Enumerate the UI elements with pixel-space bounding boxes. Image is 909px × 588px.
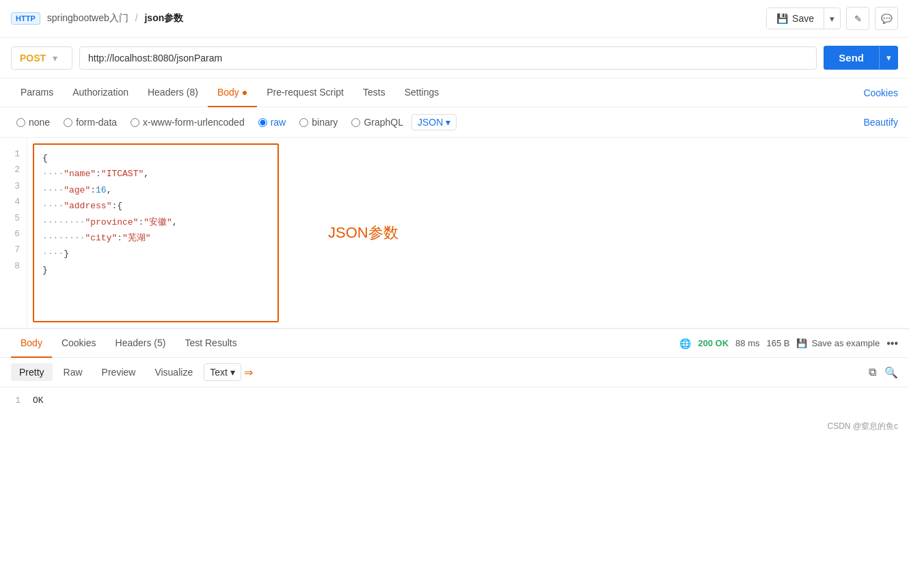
radio-urlencoded-label: x-www-form-urlencoded bbox=[143, 117, 245, 128]
comment-button[interactable]: 💬 bbox=[875, 7, 898, 30]
wrap-icon[interactable]: ⇒ bbox=[244, 366, 253, 379]
code-line-2: ····"name":"ITCAST", bbox=[42, 166, 269, 182]
watermark: CSDN @窒息的鱼c bbox=[0, 415, 909, 438]
response-meta: 🌐 200 OK 88 ms 165 B 💾 Save as example •… bbox=[679, 337, 898, 350]
line-num-8: 8 bbox=[0, 258, 20, 274]
radio-form-data[interactable]: form-data bbox=[58, 115, 122, 129]
resp-line-num-1: 1 bbox=[15, 395, 21, 406]
tab-settings[interactable]: Settings bbox=[395, 79, 449, 107]
resp-subtab-preview[interactable]: Preview bbox=[94, 363, 144, 381]
body-subtabs: none form-data x-www-form-urlencoded raw… bbox=[0, 107, 909, 138]
top-bar-left: HTTP springbootweb入门 / json参数 bbox=[11, 12, 183, 25]
tab-body-dot: ● bbox=[242, 87, 247, 98]
code-line-6: ········"city":"芜湖" bbox=[42, 230, 269, 246]
radio-none[interactable]: none bbox=[11, 115, 55, 129]
tab-authorization[interactable]: Authorization bbox=[63, 79, 138, 107]
copy-icon: ⧉ bbox=[869, 366, 876, 378]
resp-subtab-pretty[interactable]: Pretty bbox=[11, 363, 53, 381]
search-response-button[interactable]: 🔍 bbox=[884, 366, 898, 379]
radio-binary-label: binary bbox=[312, 117, 338, 128]
json-select-label: JSON bbox=[418, 117, 443, 128]
edit-icon: ✎ bbox=[854, 14, 862, 24]
method-text: POST bbox=[20, 53, 46, 64]
tab-body[interactable]: Body ● bbox=[208, 79, 257, 107]
save-label: Save bbox=[792, 13, 814, 24]
editor-area: 1 2 3 4 5 6 7 8 { ····"name":"ITCAST", ·… bbox=[0, 138, 909, 329]
breadcrumb-parent: springbootweb入门 bbox=[47, 12, 128, 23]
json-annotation-label: JSON参数 bbox=[328, 223, 398, 243]
response-body-text: OK bbox=[27, 393, 44, 410]
response-ok-text: OK bbox=[33, 395, 44, 406]
breadcrumb: springbootweb入门 / json参数 bbox=[47, 12, 184, 25]
code-line-3: ····"age":16, bbox=[42, 182, 269, 198]
radio-graphql-label: GraphQL bbox=[364, 117, 403, 128]
save-button-group: 💾 Save ▾ bbox=[766, 8, 841, 29]
line-num-2: 2 bbox=[0, 162, 20, 178]
comment-icon: 💬 bbox=[881, 14, 893, 24]
response-line-numbers: 1 bbox=[0, 393, 27, 410]
response-tabs: Body Cookies Headers (5) Test Results 🌐 … bbox=[0, 329, 909, 358]
radio-raw-label: raw bbox=[271, 117, 286, 128]
code-line-1: { bbox=[42, 150, 269, 166]
resp-tab-test-results[interactable]: Test Results bbox=[175, 329, 246, 358]
response-size: 165 B bbox=[766, 338, 789, 348]
send-button[interactable]: Send bbox=[824, 46, 879, 70]
json-type-select[interactable]: JSON ▾ bbox=[411, 114, 457, 130]
more-options-button[interactable]: ••• bbox=[886, 337, 898, 350]
tab-tests[interactable]: Tests bbox=[353, 79, 395, 107]
breadcrumb-current: json参数 bbox=[144, 12, 183, 23]
beautify-button[interactable]: Beautify bbox=[863, 117, 898, 128]
json-arrow-icon: ▾ bbox=[446, 117, 450, 128]
search-icon: 🔍 bbox=[884, 367, 898, 378]
save-dropdown-button[interactable]: ▾ bbox=[824, 9, 840, 29]
tab-body-label: Body bbox=[217, 87, 239, 98]
send-button-group: Send ▾ bbox=[824, 46, 898, 70]
response-content: 1 OK bbox=[0, 387, 909, 415]
status-badge: 200 OK bbox=[698, 338, 729, 348]
line-numbers: 1 2 3 4 5 6 7 8 bbox=[0, 138, 27, 328]
line-num-7: 7 bbox=[0, 242, 20, 257]
line-num-6: 6 bbox=[0, 226, 20, 242]
radio-form-data-label: form-data bbox=[76, 117, 117, 128]
text-arrow-icon: ▾ bbox=[230, 367, 235, 378]
tab-headers[interactable]: Headers (8) bbox=[138, 79, 208, 107]
code-editor[interactable]: { ····"name":"ITCAST", ····"age":16, ···… bbox=[33, 143, 279, 322]
radio-binary[interactable]: binary bbox=[294, 115, 343, 129]
response-format-select[interactable]: Text ▾ bbox=[204, 363, 241, 381]
resp-subtab-raw[interactable]: Raw bbox=[55, 363, 91, 381]
code-line-5: ········"province":"安徽", bbox=[42, 214, 269, 230]
resp-subtab-visualize[interactable]: Visualize bbox=[146, 363, 201, 381]
text-format-label: Text bbox=[210, 367, 228, 378]
edit-button[interactable]: ✎ bbox=[846, 7, 869, 30]
code-line-7: ····} bbox=[42, 246, 269, 262]
save-example-icon: 💾 bbox=[796, 338, 807, 348]
method-arrow-icon: ▾ bbox=[53, 53, 57, 64]
copy-response-button[interactable]: ⧉ bbox=[869, 366, 876, 378]
resp-tab-headers[interactable]: Headers (5) bbox=[106, 329, 176, 358]
tab-prerequest[interactable]: Pre-request Script bbox=[257, 79, 353, 107]
radio-graphql[interactable]: GraphQL bbox=[346, 115, 409, 129]
globe-icon: 🌐 bbox=[679, 338, 691, 349]
line-num-3: 3 bbox=[0, 178, 20, 194]
url-input[interactable] bbox=[79, 46, 817, 70]
save-example-button[interactable]: 💾 Save as example bbox=[796, 338, 880, 348]
line-num-5: 5 bbox=[0, 210, 20, 226]
save-example-label: Save as example bbox=[811, 338, 880, 348]
radio-urlencoded[interactable]: x-www-form-urlencoded bbox=[125, 115, 250, 129]
code-line-4: ····"address":{ bbox=[42, 198, 269, 214]
cookies-link[interactable]: Cookies bbox=[863, 87, 898, 98]
send-arrow-icon: ▾ bbox=[886, 53, 891, 63]
radio-raw[interactable]: raw bbox=[253, 115, 292, 129]
send-dropdown-button[interactable]: ▾ bbox=[879, 46, 898, 69]
resp-tab-cookies[interactable]: Cookies bbox=[52, 329, 106, 358]
resp-tab-body[interactable]: Body bbox=[11, 329, 52, 358]
save-button[interactable]: 💾 Save bbox=[767, 8, 824, 29]
save-disk-icon: 💾 bbox=[776, 13, 788, 24]
method-select[interactable]: POST ▾ bbox=[11, 46, 72, 70]
tab-params[interactable]: Params bbox=[11, 79, 63, 107]
top-bar: HTTP springbootweb入门 / json参数 💾 Save ▾ ✎… bbox=[0, 0, 909, 38]
response-sub-tabs: Pretty Raw Preview Visualize Text ▾ ⇒ ⧉ … bbox=[0, 358, 909, 387]
url-bar: POST ▾ Send ▾ bbox=[0, 38, 909, 79]
save-arrow-icon: ▾ bbox=[830, 14, 835, 24]
response-time: 88 ms bbox=[735, 338, 759, 348]
